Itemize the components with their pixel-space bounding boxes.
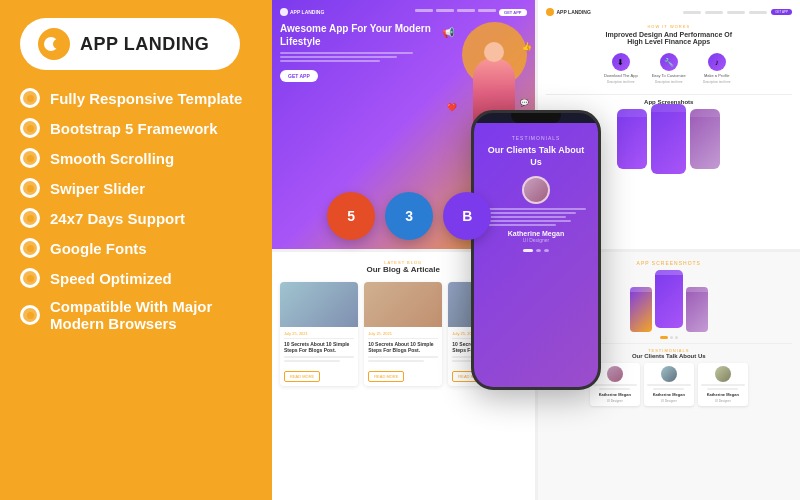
tech-badges: 5 3 B <box>327 192 491 240</box>
phone-screen: TESTIMONIALS Our Clients Talk About Us K… <box>474 123 598 387</box>
customize-icon: 🔧 <box>660 53 678 71</box>
feature-item-bootstrap: Bootstrap 5 Framework <box>20 118 252 138</box>
bullet-icon <box>20 88 40 108</box>
how-item-profile: ♪ Make a Profile Description text here <box>697 53 737 84</box>
bullet-icon <box>20 148 40 168</box>
hero-title: Awesome App For Your Modern Lifestyle <box>280 22 447 48</box>
logo-container: APP LANDING <box>20 18 240 70</box>
right-panel: APP LANDING GET APP Awesome App For Your… <box>272 0 800 500</box>
testimonial-label: TESTIMONIALS <box>512 135 561 141</box>
phone-mockup-container: TESTIMONIALS Our Clients Talk About Us K… <box>456 0 616 500</box>
phone-mockup: TESTIMONIALS Our Clients Talk About Us K… <box>471 110 601 390</box>
testi-card-2: Katherine Megan UI Designer <box>644 363 694 406</box>
feature-item-fonts: Google Fonts <box>20 238 252 258</box>
svg-point-2 <box>53 39 63 49</box>
logo-icon <box>38 28 70 60</box>
blog-image-2 <box>364 282 442 327</box>
logo-text: APP LANDING <box>80 34 209 55</box>
phone-notch <box>511 113 561 123</box>
bullet-icon <box>20 178 40 198</box>
feature-item-browsers: Compatible With Major Modern Browsers <box>20 298 252 332</box>
read-more-button-2[interactable]: READ MORE <box>368 371 404 382</box>
bullet-icon <box>20 305 40 325</box>
how-item-customize: 🔧 Easy To Customize Description text her… <box>649 53 689 84</box>
feature-item-support: 24x7 Days Support <box>20 208 252 228</box>
blog-card-1: July 25, 2021 10 Secrets About 10 Simple… <box>280 282 358 386</box>
blog-card-2: July 25, 2021 10 Secrets About 10 Simple… <box>364 282 442 386</box>
bullet-icon <box>20 238 40 258</box>
feature-list: Fully Responsive Template Bootstrap 5 Fr… <box>20 88 252 332</box>
profile-icon: ♪ <box>708 53 726 71</box>
bullet-icon <box>20 118 40 138</box>
feature-item-scrolling: Smooth Scrolling <box>20 148 252 168</box>
phone-text-lines <box>482 208 590 226</box>
feature-item-swiper: Swiper Slider <box>20 178 252 198</box>
testi-avatar-2 <box>661 366 677 382</box>
phone-avatar <box>522 176 550 204</box>
bullet-icon <box>20 268 40 288</box>
read-more-button-1[interactable]: READ MORE <box>284 371 320 382</box>
css3-badge: 3 <box>385 192 433 240</box>
phone-person-name: Katherine Megan <box>508 230 564 237</box>
blog-image-1 <box>280 282 358 327</box>
bootstrap-badge: B <box>443 192 491 240</box>
html5-badge: 5 <box>327 192 375 240</box>
phone-title: Our Clients Talk About Us <box>482 145 590 168</box>
feature-item-responsive: Fully Responsive Template <box>20 88 252 108</box>
phone-person-role: UI Designer <box>523 237 549 243</box>
testi-avatar-3 <box>715 366 731 382</box>
feature-item-speed: Speed Optimized <box>20 268 252 288</box>
testi-card-3: Katherine Megan UI Designer <box>698 363 748 406</box>
bullet-icon <box>20 208 40 228</box>
left-panel: APP LANDING Fully Responsive Template Bo… <box>0 0 272 500</box>
